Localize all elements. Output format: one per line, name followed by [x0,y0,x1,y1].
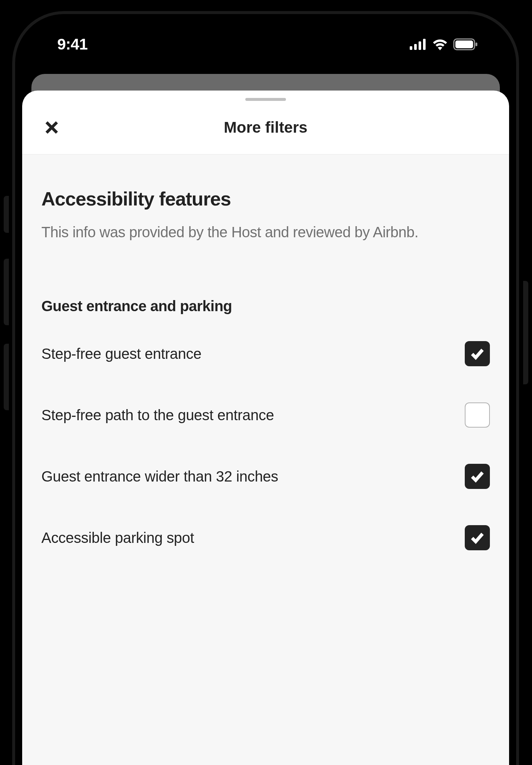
svg-rect-2 [419,41,421,50]
filter-row[interactable]: Accessible parking spot [41,525,490,550]
svg-rect-1 [414,44,417,50]
close-icon [44,120,59,135]
phone-frame: 9:41 [0,0,532,765]
filter-label: Guest entrance wider than 32 inches [41,466,439,487]
cellular-signal-icon [410,39,427,50]
check-icon [470,346,485,361]
modal-title: More filters [22,119,509,136]
filter-label: Step-free path to the guest entrance [41,405,439,426]
status-bar: 9:41 [22,20,509,68]
svg-rect-6 [475,42,477,46]
phone-side-button [4,196,9,233]
battery-icon [453,38,478,50]
filter-label: Step-free guest entrance [41,343,439,364]
section-subtitle: This info was provided by the Host and r… [41,222,490,242]
filter-row[interactable]: Step-free guest entrance [41,341,490,366]
status-time: 9:41 [57,35,88,53]
phone-side-button [523,281,528,384]
filter-label: Accessible parking spot [41,527,439,548]
filter-group-title: Guest entrance and parking [41,298,490,314]
filters-modal: More filters Accessibility features This… [22,91,509,765]
filter-row[interactable]: Guest entrance wider than 32 inches [41,464,490,489]
section-title: Accessibility features [41,188,490,210]
phone-screen: 9:41 [22,20,509,765]
wifi-icon [432,38,448,50]
check-icon [470,469,485,484]
status-icons [410,38,478,50]
sheet-grabber[interactable] [245,98,286,101]
phone-side-button [4,259,9,325]
filter-row[interactable]: Step-free path to the guest entrance [41,402,490,428]
filter-checkbox[interactable] [465,341,490,366]
svg-rect-3 [423,39,426,50]
svg-rect-5 [456,41,473,48]
close-button[interactable] [41,117,62,138]
check-icon [470,530,485,545]
filters-container: Step-free guest entranceStep-free path t… [41,341,490,550]
filter-checkbox[interactable] [465,402,490,428]
phone-side-button [4,344,9,410]
filter-checkbox[interactable] [465,464,490,489]
modal-header: More filters [22,101,509,154]
modal-body[interactable]: Accessibility features This info was pro… [22,154,509,765]
filter-checkbox[interactable] [465,525,490,550]
svg-rect-0 [410,46,412,50]
